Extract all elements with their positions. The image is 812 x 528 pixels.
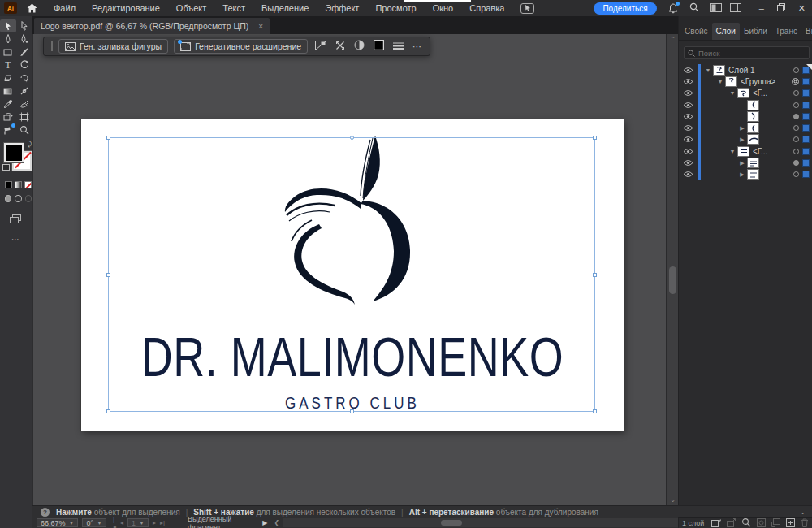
fill-swatch[interactable] bbox=[4, 143, 24, 162]
layer-name[interactable]: <Г... bbox=[753, 147, 767, 156]
selection-indicator[interactable] bbox=[802, 89, 810, 97]
selection-indicator[interactable] bbox=[802, 67, 810, 74]
generative-expand-button[interactable]: Генеративное расширение bbox=[174, 39, 308, 54]
layer-name[interactable]: <Группа> bbox=[741, 77, 775, 86]
scroll-up-icon[interactable]: ⌃ bbox=[667, 36, 679, 43]
menu-type[interactable]: Текст bbox=[214, 3, 253, 13]
layer-thumbnail[interactable] bbox=[747, 100, 759, 110]
expand-arrow-icon[interactable]: ▼ bbox=[715, 79, 725, 84]
target-circle[interactable] bbox=[793, 136, 799, 142]
next-artboard-icon[interactable]: ▸ bbox=[153, 519, 156, 526]
delete-layer-icon[interactable] bbox=[801, 518, 809, 528]
rotate-tool[interactable] bbox=[16, 58, 32, 71]
scroll-down-icon[interactable]: ⌄ bbox=[667, 496, 679, 504]
zoom-level-dropdown[interactable]: 66,67% ▼ bbox=[37, 518, 78, 527]
menu-select[interactable]: Выделение bbox=[253, 3, 317, 13]
visibility-eye-icon[interactable] bbox=[679, 99, 698, 110]
locate-object-icon[interactable] bbox=[741, 517, 751, 528]
color-mode-swatch[interactable] bbox=[5, 181, 12, 188]
fill-stroke-swatches[interactable]: ⤸ bbox=[4, 143, 30, 175]
layer-row-path[interactable] bbox=[679, 99, 812, 110]
vertical-scroll-thumb[interactable] bbox=[669, 266, 676, 294]
selection-indicator[interactable] bbox=[802, 148, 810, 155]
share-button[interactable]: Поделиться bbox=[594, 2, 656, 15]
visibility-eye-icon[interactable] bbox=[679, 76, 698, 87]
menu-view[interactable]: Просмотр bbox=[367, 3, 424, 13]
layer-name[interactable]: <Г... bbox=[753, 89, 767, 97]
new-layer-icon[interactable] bbox=[786, 518, 795, 528]
last-artboard-icon[interactable]: ▸| bbox=[160, 519, 165, 526]
new-sublayer-icon[interactable] bbox=[771, 518, 780, 528]
artboard[interactable]: DR. MALIMONENKO GASTRO CLUB bbox=[81, 119, 624, 431]
tab-align[interactable]: Вырав bbox=[801, 23, 812, 40]
collapse-arrow-icon[interactable]: ▶ bbox=[737, 125, 747, 132]
menu-edit[interactable]: Редактирование bbox=[84, 3, 168, 13]
horizontal-scroll-thumb[interactable] bbox=[441, 520, 462, 526]
contrast-circle-icon[interactable] bbox=[354, 39, 365, 54]
layer-thumbnail[interactable] bbox=[737, 88, 749, 98]
layer-thumbnail[interactable] bbox=[713, 65, 725, 76]
tab-layers[interactable]: Слои bbox=[712, 23, 740, 40]
screen-mode-icon[interactable] bbox=[10, 212, 32, 227]
selection-indicator[interactable] bbox=[802, 136, 810, 143]
rotate-view-tool[interactable] bbox=[0, 110, 16, 123]
width-tool[interactable] bbox=[16, 84, 32, 97]
workspace-switcher-icon[interactable] bbox=[710, 3, 722, 14]
measure-tool[interactable] bbox=[0, 123, 16, 136]
layers-search-box[interactable] bbox=[684, 46, 810, 59]
layer-row-subgroup[interactable]: ▼ <Г... bbox=[679, 88, 812, 99]
none-mode-swatch[interactable] bbox=[24, 181, 32, 188]
curvature-tool[interactable] bbox=[16, 32, 32, 45]
illustrator-app-icon[interactable]: Ai bbox=[4, 2, 17, 14]
menu-window[interactable]: Окно bbox=[425, 3, 462, 13]
rectangle-tool[interactable] bbox=[0, 45, 16, 58]
target-circle[interactable] bbox=[793, 90, 799, 96]
status-menu-arrow-icon[interactable]: ▶ bbox=[262, 519, 267, 526]
menu-file[interactable]: Файл bbox=[45, 3, 84, 13]
selection-tool[interactable] bbox=[0, 19, 16, 32]
collect-for-export-icon[interactable] bbox=[711, 518, 721, 528]
direct-selection-tool[interactable] bbox=[16, 19, 32, 32]
stroke-lines-icon[interactable] bbox=[393, 39, 404, 54]
layer-row-text-group[interactable]: ▼ <Г... bbox=[679, 145, 812, 157]
draw-inside-mode[interactable] bbox=[25, 195, 32, 202]
eraser-tool[interactable] bbox=[0, 71, 16, 84]
layer-thumbnail[interactable] bbox=[737, 146, 749, 157]
layer-row-text[interactable]: ▶ bbox=[679, 157, 812, 168]
selection-indicator[interactable] bbox=[802, 171, 810, 178]
draw-behind-mode[interactable] bbox=[15, 195, 21, 202]
artboard-number-dropdown[interactable]: 1 ▼ bbox=[127, 518, 149, 527]
blend-tool[interactable] bbox=[16, 97, 32, 110]
menu-help[interactable]: Справка bbox=[461, 3, 512, 13]
visibility-eye-icon[interactable] bbox=[679, 157, 698, 168]
collapse-arrow-icon[interactable]: ▶ bbox=[737, 160, 747, 167]
panel-layout-icon[interactable] bbox=[730, 3, 741, 14]
layer-row-text[interactable]: ▶ bbox=[679, 169, 812, 180]
make-clip-mask-icon[interactable] bbox=[757, 518, 766, 528]
visibility-eye-icon[interactable] bbox=[679, 134, 698, 145]
home-icon[interactable] bbox=[27, 3, 37, 13]
selection-indicator[interactable] bbox=[802, 78, 810, 85]
layer-row-layer1[interactable]: ▼ Слой 1 bbox=[679, 64, 812, 76]
vertical-scrollbar[interactable]: ⌃ ⌄ bbox=[666, 34, 678, 505]
document-tab[interactable]: Logo вектор.pdf @ 66,67 % (RGB/Предпросм… bbox=[34, 18, 270, 34]
layer-name[interactable]: Слой 1 bbox=[728, 66, 755, 75]
menu-object[interactable]: Объект bbox=[168, 3, 214, 13]
transform-arrows-icon[interactable] bbox=[335, 39, 345, 54]
paintbrush-tool[interactable] bbox=[16, 45, 32, 58]
minimize-button[interactable]: – bbox=[759, 3, 764, 13]
restore-button[interactable] bbox=[777, 3, 785, 13]
type-tool[interactable]: T bbox=[0, 58, 16, 71]
zoom-tool[interactable] bbox=[16, 123, 32, 136]
edit-toolbar-more[interactable]: ⋯ bbox=[11, 235, 32, 244]
layer-thumbnail[interactable] bbox=[725, 76, 737, 87]
layer-thumbnail[interactable] bbox=[747, 123, 759, 133]
tab-close-icon[interactable]: × bbox=[258, 22, 263, 31]
pen-tool[interactable] bbox=[0, 32, 16, 45]
target-circle[interactable] bbox=[793, 125, 799, 131]
default-colors-icon[interactable] bbox=[2, 164, 10, 171]
swap-fill-stroke-icon[interactable]: ⤸ bbox=[28, 141, 32, 149]
rotation-dropdown[interactable]: 0° ▼ bbox=[82, 518, 106, 527]
app-search-icon[interactable] bbox=[689, 2, 699, 14]
target-circle-filled[interactable] bbox=[793, 160, 799, 166]
